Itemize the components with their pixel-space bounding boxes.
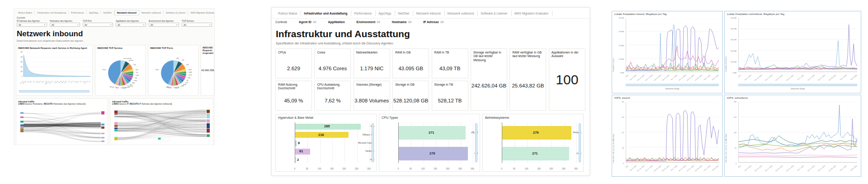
tab-divider	[272, 18, 590, 19]
filter-dropdown[interactable]: All▾	[149, 23, 179, 27]
bar	[295, 157, 296, 163]
pie-slice-label: 3389	[189, 72, 192, 73]
svg-text:0: 0	[22, 76, 23, 77]
filter-hostname[interactable]: HostnameAll	[392, 20, 411, 24]
tab-software-listener[interactable]: Software & Listener	[164, 10, 189, 15]
line-plot-area	[738, 18, 857, 72]
y-axis-tick: 400 MB	[726, 28, 736, 30]
chart-scrollbar[interactable]	[475, 123, 477, 162]
filter-label: TCP Service	[182, 20, 212, 22]
filter-value: All	[19, 24, 21, 26]
tab-netzwerk-inbound[interactable]: Netzwerk inbound	[413, 10, 444, 16]
x-tick-label: nrpe	[29, 80, 33, 83]
tab-netzwerk-outbound[interactable]: Netzwerk outbound	[139, 10, 164, 15]
filter-dropdown[interactable]: All▾	[116, 23, 146, 27]
middle-page-title: Infrastruktur und Ausstattung	[276, 29, 410, 39]
bar-value-label: 6	[298, 141, 300, 145]
middle-dashboard-infrastruktur: Rollout StatusInfrastruktur und Ausstatt…	[271, 7, 590, 176]
filter-agent-id[interactable]: Agent IDAll	[299, 20, 316, 24]
middle-controls-bar: Controls Agent IDAllApplikationEnvironme…	[275, 20, 455, 24]
date-tick-label: Dez 17, 2024	[645, 165, 653, 172]
x-axis-tick: 100	[318, 168, 321, 170]
y-axis-tick: 0	[614, 163, 624, 165]
x-axis-tick: 200	[446, 168, 449, 170]
kpi-value: 7,62 %	[315, 98, 350, 103]
tab-net2net[interactable]: Net2Net	[101, 10, 114, 15]
filter-ip-adresse[interactable]: IP AdresseAll	[423, 20, 443, 24]
chart-scrollbar[interactable]	[579, 123, 581, 162]
tab-performance[interactable]: Performance	[69, 10, 87, 15]
kpi-ram-nutzung-durchschnitt: RAM Nutzung, Durchschnitt45,09 %	[275, 81, 312, 111]
tab-aws-migration-evaluator[interactable]: AWS Migration Evaluator	[512, 10, 553, 16]
filter-dropdown[interactable]: All▾	[83, 23, 113, 27]
pie-slice-label: Other	[155, 69, 159, 71]
date-tick-label: Jan 28, 2025	[694, 74, 703, 81]
date-tick-label: Jan 21, 2025	[686, 74, 694, 81]
gridline	[576, 122, 577, 163]
time-axis-scrollbar[interactable]	[738, 84, 857, 86]
filter-dropdown[interactable]: All▾	[50, 23, 80, 27]
kpi-applikationen-in-der-auswahl: Applikationen in der Auswahl100	[549, 48, 585, 111]
date-tick-label: Dez 10, 2024	[754, 74, 762, 82]
filter-dropdown[interactable]: All▾	[182, 23, 212, 27]
y-axis-label: total_disk_read_ops_per_sec (Average)	[613, 106, 614, 163]
pie-slice-label: ldap	[132, 82, 135, 84]
flow-diagram	[18, 109, 107, 144]
tab-rollout-status[interactable]: Rollout Status	[16, 10, 35, 15]
kpi-label: RAM verfügbar in GB laut letzter Messung	[512, 51, 544, 58]
filter-tcp-port: TCP PortAll▾	[83, 20, 113, 27]
date-tick-label: Jan 28, 2025	[694, 165, 703, 172]
date-tick-label: Dez 3, 2024	[744, 165, 752, 171]
kpi-label: Applikationen in der Auswahl	[552, 51, 583, 58]
filter-applikation[interactable]: Applikation	[328, 20, 345, 24]
kpi-cores: Cores4.976 Cores	[314, 48, 351, 78]
tab-infrastruktur-und-ausstattung[interactable]: Infrastruktur und Ausstattung	[301, 10, 351, 16]
tab-app2app[interactable]: App2App	[376, 10, 395, 16]
tab-aws-migration-evaluator[interactable]: AWS Migration Evaluator	[188, 10, 215, 15]
area-chart-scrollbar[interactable]	[19, 90, 90, 92]
y-axis-tick: 200 MB	[726, 50, 736, 52]
bar-value-label: 2	[297, 158, 299, 162]
kpi-label: Storage verfügbar in GB laut letzter Mes…	[473, 51, 505, 62]
pie-slice-label: http	[133, 64, 136, 66]
screenshot-canvas: Rollout StatusInfrastruktur und Ausstatt…	[0, 0, 868, 184]
kpi-storage-in-gb: Storage in GB528.120,08 GB	[392, 81, 429, 111]
date-tick-label: Dez 10, 2024	[754, 165, 762, 172]
middle-tab-bar: Rollout StatusInfrastruktur und Ausstatt…	[275, 10, 588, 17]
tab-performance[interactable]: Performance	[351, 10, 376, 16]
card-inbound-traffic-hostname-flow: inbound trafficLINKS Source Hostname, RE…	[16, 98, 108, 145]
y-axis-tick: 500 MB	[726, 17, 736, 19]
tab-netzwerk-outbound[interactable]: Netzwerk outbound	[445, 10, 478, 16]
chart-scrollbar[interactable]	[372, 123, 374, 162]
filter-applikation-des-agenten: Applikation des AgentenAll▾	[116, 20, 146, 27]
time-axis-scrollbar[interactable]	[626, 84, 719, 86]
bar-value-label: 265	[324, 124, 330, 128]
tab-infrastruktur-und-ausstattung[interactable]: Infrastruktur und Ausstattung	[35, 10, 69, 15]
chart-title: IOPS, schreibend	[727, 97, 747, 99]
kpi-value: 4.976 Cores	[315, 66, 350, 71]
chart-lokale-festplatten-schreibend-megabyte-pro-tag: Lokale Festplatten schreibend, Megabyte …	[724, 11, 861, 93]
card-title: INBOUND Netzwerk Requests nach Service i…	[16, 45, 92, 49]
tab-net2net[interactable]: Net2Net	[395, 10, 413, 16]
tab-app2app[interactable]: App2App	[87, 10, 101, 15]
chart-title: Betriebssysteme	[485, 116, 509, 120]
y-axis-tick: 300 MB	[726, 39, 736, 41]
tab-netzwerk-inbound[interactable]: Netzwerk inbound	[114, 10, 139, 15]
date-tick-label: Dez 3, 2024	[744, 74, 752, 81]
tab-rollout-status[interactable]: Rollout Status	[275, 10, 301, 16]
kpi-value: 100	[549, 72, 585, 87]
chevron-down-icon: ▾	[44, 24, 45, 26]
kpi-ram-in-tb: RAM in TB43,09 TB	[432, 48, 468, 78]
date-tick-label: Jan 21, 2025	[817, 165, 826, 172]
date-tick-label: Dez 24, 2024	[653, 165, 661, 172]
date-tick-label: Dez 3, 2024	[629, 165, 637, 171]
date-tick-label: Feb 4, 2025	[703, 74, 711, 81]
tab-software-listener[interactable]: Software & Listener	[478, 10, 511, 16]
filter-dropdown[interactable]: All▾	[17, 23, 47, 27]
chart-iops-schreibend: IOPS, schreibend200150100500total_disk_w…	[724, 95, 861, 177]
line-plot-area	[626, 18, 719, 72]
filter-environment[interactable]: EnvironmentAll	[357, 20, 380, 24]
x-axis-tick: 200	[549, 168, 553, 170]
card-inbound-tcp-service-pie: INBOUND TCP Servicemicrosoft-dsepmaphttp…	[95, 45, 146, 96]
filter-environment-des-agenten: Environment des AgentenAll▾	[149, 20, 179, 27]
